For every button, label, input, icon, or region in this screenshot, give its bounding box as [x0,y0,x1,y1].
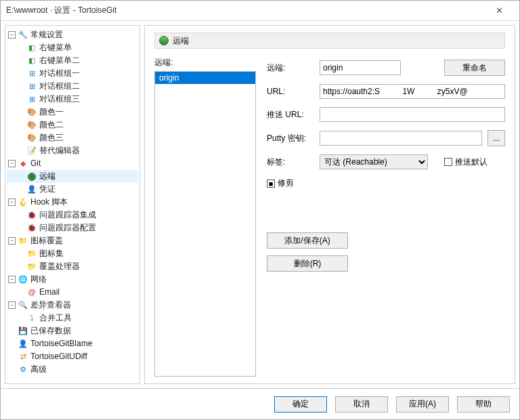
window-icon: ◧ [27,43,37,53]
tree-diffviewer[interactable]: − 🔍 差异查看器 [7,299,138,312]
palette-icon: 🎨 [27,108,37,117]
toggle-icon[interactable]: − [8,276,16,283]
at-icon: @ [27,288,37,297]
tree-issue-cfg[interactable]: 🐞 问题跟踪器配置 [7,222,138,234]
pushdefault-label: 推送默认 [455,156,488,168]
globe-icon [159,36,169,45]
cancel-button[interactable]: 取消 [335,396,388,413]
remote-listbox[interactable]: origin [154,71,256,377]
tree-email[interactable]: @ Email [7,286,138,299]
dialog-buttons: 确定 取消 应用(A) 帮助 [1,388,519,419]
gear-icon: ⚙ [18,365,28,375]
tree-network[interactable]: − 🌐 网络 [7,273,138,286]
windows-icon: ⊞ [27,82,37,91]
tree-issue-integ[interactable]: 🐞 问题跟踪器集成 [7,209,138,222]
tree-color-3[interactable]: 🎨 颜色三 [7,131,138,144]
prune-checkbox[interactable]: ■ 修剪 [267,177,294,189]
remote-list-column: 远端: origin [154,57,256,377]
globe-icon: 🌐 [18,275,28,285]
panel-body: 远端: origin 远端: 重命名 URL: [154,49,505,377]
tree-dialog-1[interactable]: ⊞ 对话框组一 [7,67,138,80]
tree-advanced[interactable]: ⚙ 高级 [7,363,138,376]
tree-alt-editor[interactable]: 📝 替代编辑器 [7,144,138,157]
remote-list-label: 远端: [154,57,256,68]
rename-button[interactable]: 重命名 [444,60,505,76]
tree-context-menu[interactable]: ◧ 右键菜单 [7,41,138,54]
row-url: URL: [267,84,505,99]
tree-general[interactable]: − 🔧 常规设置 [7,28,138,41]
palette-icon: 🎨 [27,121,37,130]
tree-dialog-2[interactable]: ⊞ 对话框组二 [7,80,138,93]
delete-button[interactable]: 删除(R) [267,255,348,272]
tree-label: 常规设置 [30,28,63,41]
tree-dialog-3[interactable]: ⊞ 对话框组三 [7,93,138,106]
help-button[interactable]: 帮助 [457,396,510,413]
panel-header: 远端 [154,33,505,49]
tree-color-1[interactable]: 🎨 颜色一 [7,106,138,119]
toggle-icon[interactable]: − [8,237,16,245]
tree-git[interactable]: − ◆ Git [7,157,138,170]
hook-icon: 🪝 [18,198,28,207]
remote-list-item[interactable]: origin [155,72,255,84]
tags-label: 标签: [267,156,314,168]
bug-icon: 🐞 [27,224,37,233]
windows-icon: ⊞ [27,69,37,79]
tree-tgitudiff[interactable]: ⇄ TortoiseGitUDiff [7,350,138,363]
tree-label: 网络 [30,273,47,286]
body: − 🔧 常规设置 ◧ 右键菜单 ◧ 右键菜单二 ⊞ 对话框组一 ⊞ [1,21,519,388]
tree-label: 已保存数据 [30,324,71,337]
tree-context-menu-2[interactable]: ◧ 右键菜单二 [7,54,138,67]
wrench-icon: 🔧 [18,30,28,40]
tree-iconset[interactable]: 📁 图标集 [7,247,138,260]
tree-label: 合并工具 [39,312,72,324]
row-pushurl: 推送 URL: [267,107,505,122]
tree-color-2[interactable]: 🎨 颜色二 [7,119,138,131]
tree-overlay[interactable]: − 📁 图标覆盖 [7,234,138,247]
person-icon: 👤 [18,339,28,349]
tags-select[interactable]: 可达 (Reachable) [320,154,428,169]
toggle-icon[interactable]: − [8,160,16,167]
tree-label: 差异查看器 [30,299,71,312]
apply-button[interactable]: 应用(A) [396,396,449,413]
tree-label: TortoiseGitUDiff [30,350,87,363]
ok-button[interactable]: 确定 [274,396,327,413]
windows-icon: ⊞ [27,95,37,104]
tree-credential[interactable]: 👤 凭证 [7,183,138,196]
tree-remote[interactable]: 远端 [7,170,138,183]
tree-hook[interactable]: − 🪝 Hook 脚本 [7,196,138,209]
palette-icon: 🎨 [27,133,37,143]
tree-label: 右键菜单 [39,41,72,54]
tree-label: 右键菜单二 [39,54,80,67]
folder-icon: 📁 [27,249,37,259]
remote-split: 远端: origin 远端: 重命名 URL: [154,57,505,377]
pushurl-input[interactable] [320,107,505,122]
add-save-button[interactable]: 添加/保存(A) [267,232,348,249]
editor-icon: 📝 [27,146,37,156]
tree-label: TortoiseGitBlame [30,337,92,350]
folder-icon: 📁 [18,236,28,246]
putty-input[interactable] [320,131,482,146]
tree-mergetool[interactable]: ⤵ 合并工具 [7,312,138,324]
prune-label: 修剪 [278,177,294,189]
toggle-icon[interactable]: − [8,31,16,39]
toggle-icon[interactable]: − [8,198,16,206]
row-remote: 远端: 重命名 [267,60,505,76]
url-input[interactable] [320,84,505,99]
pushurl-label: 推送 URL: [267,109,314,121]
tree-label: 图标覆盖 [30,234,63,247]
remote-name-input[interactable] [320,60,401,75]
title-bar: E:\wwwroot · 设置 - TortoiseGit ✕ [1,1,519,21]
tree-saveddata[interactable]: 💾 已保存数据 [7,324,138,337]
nav-tree[interactable]: − 🔧 常规设置 ◧ 右键菜单 ◧ 右键菜单二 ⊞ 对话框组一 ⊞ [5,25,140,384]
globe-icon [27,172,37,182]
tree-label: 问题跟踪器配置 [39,222,96,234]
tree-overlay-handler[interactable]: 📁 覆盖处理器 [7,260,138,273]
browse-button[interactable]: ... [488,130,505,146]
content-pane: 远端 远端: origin 远端: 重 [144,25,515,384]
tree-tgitblame[interactable]: 👤 TortoiseGitBlame [7,337,138,350]
tree-label: 对话框组一 [39,67,80,80]
close-button[interactable]: ✕ [484,5,514,16]
tree-label: 对话框组三 [39,93,80,106]
pushdefault-checkbox[interactable]: 推送默认 [444,156,488,168]
toggle-icon[interactable]: − [8,301,16,309]
